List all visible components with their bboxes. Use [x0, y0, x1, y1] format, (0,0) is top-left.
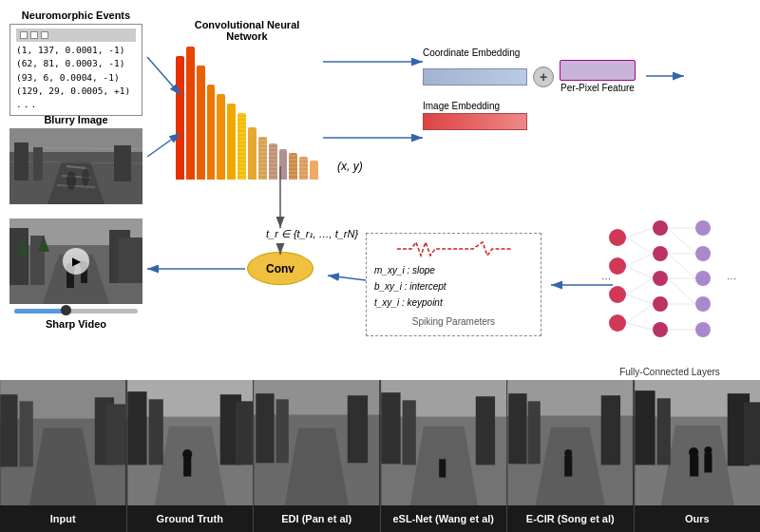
- coord-embed-label: Coordinate Embedding: [423, 48, 641, 58]
- svg-rect-104: [601, 395, 620, 465]
- image-cell-ours: [635, 380, 761, 505]
- ne-titlebar: [16, 28, 136, 42]
- ne-event-3: (93, 6, 0.0004, -1): [16, 71, 136, 85]
- svg-rect-95: [381, 392, 400, 464]
- svg-line-40: [626, 228, 653, 238]
- svg-text:···: ···: [601, 272, 611, 285]
- svg-rect-74: [20, 401, 33, 466]
- svg-rect-110: [635, 390, 655, 465]
- cnn-title: Convolutional Neural Network: [176, 19, 318, 42]
- spike-wave: [374, 239, 533, 258]
- plus-circle: +: [533, 66, 554, 87]
- label-cell-e-cir-(song-et-al): E-CIR (Song et al): [507, 505, 635, 532]
- cnn-tower: [176, 56, 184, 180]
- progress-fill: [14, 309, 64, 314]
- svg-point-37: [695, 271, 711, 286]
- blurry-image: [10, 128, 142, 204]
- svg-point-35: [695, 220, 711, 236]
- svg-text:···: ···: [727, 272, 736, 285]
- svg-line-45: [626, 294, 653, 304]
- svg-point-29: [609, 314, 626, 332]
- image-cell-input: [0, 380, 127, 505]
- image-cell-esl-net-(wang-et-al): [381, 380, 508, 505]
- cnn-tower: [310, 161, 318, 180]
- progress-bar[interactable]: [14, 309, 138, 314]
- per-pixel-bar: [560, 60, 636, 81]
- blurry-scene-svg: [10, 128, 142, 204]
- svg-point-27: [609, 257, 626, 275]
- cnn-tower: [207, 85, 216, 180]
- svg-point-32: [653, 271, 668, 286]
- svg-rect-91: [348, 395, 368, 463]
- svg-line-42: [626, 254, 653, 266]
- ne-btn-min: [20, 31, 28, 39]
- svg-line-41: [626, 238, 653, 254]
- svg-point-117: [704, 446, 712, 454]
- fc-layers-svg: ··· ···: [598, 214, 741, 361]
- svg-line-54: [668, 254, 695, 278]
- spike-wave-svg: [397, 239, 511, 258]
- image-row: [0, 380, 760, 505]
- svg-rect-5: [14, 142, 28, 180]
- svg-rect-19: [119, 238, 142, 283]
- conv-label: Conv: [266, 262, 294, 276]
- svg-rect-111: [656, 398, 670, 465]
- spiking-params-box: m_xy_i : slope b_xy_i : intercept t_xy_i…: [366, 233, 542, 336]
- ne-title: Neuromorphic Events: [10, 10, 142, 21]
- svg-line-46: [626, 304, 653, 323]
- svg-point-85: [182, 449, 192, 459]
- svg-rect-113: [743, 402, 759, 465]
- svg-line-66: [328, 276, 366, 280]
- cnn-tower: [227, 104, 236, 180]
- ne-btn-max: [30, 31, 38, 39]
- svg-rect-103: [528, 401, 541, 464]
- svg-point-30: [653, 220, 668, 236]
- svg-point-36: [695, 246, 711, 261]
- svg-point-28: [609, 286, 626, 303]
- svg-rect-90: [276, 399, 289, 463]
- svg-line-47: [626, 323, 653, 330]
- svg-rect-98: [439, 459, 446, 477]
- svg-rect-116: [704, 453, 712, 472]
- svg-rect-81: [148, 399, 162, 465]
- svg-point-11: [66, 171, 76, 190]
- bottom-strip: InputGround TruthEDI (Pan et al)eSL-Net …: [0, 380, 760, 532]
- spike-param-2: b_xy_i : intercept: [374, 278, 533, 294]
- cnn-tower: [217, 94, 225, 180]
- cnn-tower: [197, 66, 205, 180]
- tr-formula: t_r ∈ {t_r₁, …, t_rN}: [266, 228, 358, 240]
- image-cell-ground-truth: [127, 380, 255, 505]
- label-cell-ground-truth: Ground Truth: [127, 505, 255, 532]
- svg-rect-84: [183, 457, 191, 476]
- svg-rect-76: [106, 404, 125, 465]
- svg-rect-96: [402, 400, 415, 465]
- coord-embed-bar: [423, 68, 527, 86]
- cnn-tower: [269, 143, 277, 180]
- sharp-image: ▶: [10, 218, 142, 304]
- svg-point-38: [695, 296, 711, 312]
- svg-rect-83: [235, 401, 252, 465]
- ne-btn-close: [41, 31, 48, 39]
- sharp-title: Sharp Video: [10, 318, 142, 330]
- img-embed-bar: [423, 113, 527, 130]
- svg-rect-102: [508, 393, 526, 464]
- svg-line-53: [668, 228, 695, 254]
- spike-param-1: m_xy_i : slope: [374, 262, 533, 278]
- play-button[interactable]: ▶: [63, 248, 89, 275]
- svg-rect-73: [0, 394, 17, 466]
- svg-point-26: [609, 229, 626, 246]
- svg-rect-6: [33, 147, 43, 180]
- cnn-tower: [279, 149, 288, 180]
- svg-rect-16: [10, 228, 28, 285]
- cnn-tower: [258, 137, 267, 180]
- embedding-area: Coordinate Embedding + Per-Pixel Feature…: [423, 48, 641, 130]
- cnn-tower: [289, 153, 297, 180]
- neuromorphic-events-box: Neuromorphic Events (1, 137, 0.0001, -1)…: [10, 10, 142, 116]
- svg-rect-80: [127, 391, 146, 465]
- label-cell-edi-(pan-et-al): EDI (Pan et al): [254, 505, 381, 532]
- conv-bubble: Conv: [247, 252, 314, 285]
- cnn-tower: [299, 157, 308, 180]
- ne-ellipsis: ...: [16, 98, 136, 111]
- label-cell-esl-net-(wang-et-al): eSL-Net (Wang et al): [381, 505, 508, 532]
- svg-point-33: [653, 296, 668, 312]
